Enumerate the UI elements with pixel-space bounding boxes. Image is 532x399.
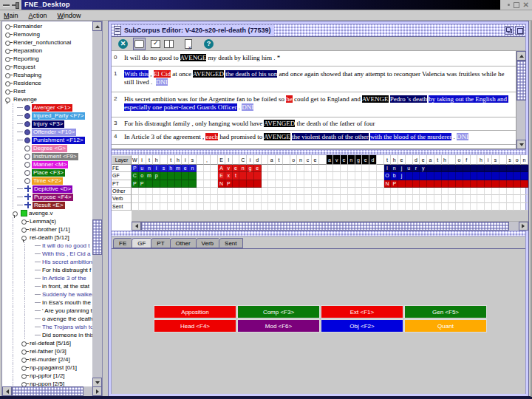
tree-fe-item[interactable]: Avenger <F1>: [2, 103, 92, 112]
grid-char-header[interactable]: e: [312, 155, 319, 165]
grid-cell[interactable]: n: [189, 165, 197, 172]
grid-cell[interactable]: [456, 188, 463, 195]
grid-cell[interactable]: [406, 195, 413, 202]
grid-cell[interactable]: [341, 195, 348, 202]
grid-char-header[interactable]: h: [153, 155, 160, 165]
grid-cell[interactable]: C: [132, 172, 139, 180]
grid-cell[interactable]: o: [139, 172, 146, 180]
grid-cell[interactable]: [492, 172, 499, 180]
tree-lemma-node[interactable]: Lemma(s): [2, 217, 92, 225]
grid-cell[interactable]: [341, 203, 348, 211]
tree-sentence[interactable]: ' Are you planning t: [2, 307, 92, 315]
grid-cell[interactable]: r: [413, 165, 420, 172]
grid-cell[interactable]: [471, 188, 478, 195]
grid-cell[interactable]: [290, 195, 298, 202]
tree-hscroll-thumb[interactable]: [12, 386, 83, 396]
help-button[interactable]: ?: [202, 38, 215, 50]
sentence-row[interactable]: 1With this , El Cid at once AVENGED the …: [112, 66, 516, 92]
window-pin-icon[interactable]: [12, 1, 19, 8]
grid-hscroll-left[interactable]: [132, 222, 141, 231]
tree-vscroll-up[interactable]: [92, 21, 102, 31]
grid-cell[interactable]: [377, 195, 384, 202]
grid-char-header[interactable]: t: [146, 155, 154, 165]
grid-char-header[interactable]: [499, 155, 507, 165]
grid-cell[interactable]: [427, 165, 434, 172]
tree-fe-item[interactable]: Time <F2>: [2, 177, 92, 185]
tab-sent[interactable]: Sent: [219, 238, 242, 248]
grid-char-header[interactable]: a: [327, 155, 334, 165]
grid-cell[interactable]: [262, 203, 269, 211]
grid-cell[interactable]: [262, 188, 269, 195]
grid-cell[interactable]: [168, 172, 175, 180]
splitter-grid-tabs[interactable]: [112, 231, 525, 236]
grid-cell[interactable]: [485, 203, 492, 211]
grid-char-header[interactable]: [160, 155, 168, 165]
grid-cell[interactable]: [139, 203, 146, 211]
grid-cell[interactable]: [247, 180, 254, 188]
grid-cell[interactable]: [297, 188, 304, 195]
grid-cell[interactable]: P: [139, 180, 146, 188]
grid-char-header[interactable]: o: [456, 155, 463, 165]
tree-frame-revenge[interactable]: Revenge: [2, 95, 92, 103]
grid-char-header[interactable]: n: [348, 155, 355, 165]
grid-cell[interactable]: [160, 195, 168, 202]
grid-cell[interactable]: [463, 165, 471, 172]
grid-cell[interactable]: [197, 172, 204, 180]
grid-cell[interactable]: [239, 188, 247, 195]
grid-cell[interactable]: [485, 180, 492, 188]
grid-cell[interactable]: [283, 188, 290, 195]
grid-cell[interactable]: [514, 172, 521, 180]
grid-cell[interactable]: s: [160, 165, 168, 172]
grid-cell[interactable]: [377, 188, 384, 195]
internal-restore-button[interactable]: [505, 26, 514, 35]
grid-cell[interactable]: [160, 188, 168, 195]
grid-char-header[interactable]: s: [492, 155, 499, 165]
grid-cell[interactable]: [218, 188, 225, 195]
tree-subcorpus[interactable]: rel-murder [2/4]: [2, 355, 92, 364]
tree-frame-rest[interactable]: Rest: [2, 87, 92, 95]
grid-cell[interactable]: [319, 180, 327, 188]
gf-button-head[interactable]: Head <F4>: [154, 319, 236, 332]
tree-frame-render_nonfunctional[interactable]: Render_nonfunctional: [2, 38, 92, 47]
grid-char-header[interactable]: [283, 155, 290, 165]
grid-cell[interactable]: [377, 165, 384, 172]
grid-char-header[interactable]: t: [276, 155, 283, 165]
grid-cell[interactable]: [333, 180, 341, 188]
sentence-row[interactable]: 2His secret ambition was for the Argenti…: [112, 92, 516, 117]
tree-subcorpus[interactable]: rel-brother [1/1]: [2, 225, 92, 233]
grid-char-header[interactable]: s: [189, 155, 197, 165]
grid-cell[interactable]: [197, 195, 204, 202]
grid-cell[interactable]: [471, 165, 478, 172]
target-span[interactable]: AVENGED: [264, 120, 295, 127]
grid-cell[interactable]: [442, 195, 449, 202]
grid-cell[interactable]: [492, 188, 499, 195]
tree-fe-item[interactable]: Place <F3>: [2, 168, 92, 177]
grid-char-header[interactable]: [471, 155, 478, 165]
grid-cell[interactable]: [197, 203, 204, 211]
grid-cell[interactable]: [268, 165, 276, 172]
grid-cell[interactable]: [239, 180, 247, 188]
grid-cell[interactable]: [355, 203, 363, 211]
grid-cell[interactable]: [377, 180, 384, 188]
grid-cell[interactable]: [182, 203, 189, 211]
grid-char-header[interactable]: ,: [204, 155, 211, 165]
verify-button[interactable]: [149, 38, 162, 50]
grid-cell[interactable]: [499, 180, 507, 188]
gf-button-ext[interactable]: Ext <F1>: [321, 305, 403, 318]
grid-cell[interactable]: [204, 203, 211, 211]
grid-cell[interactable]: [427, 203, 434, 211]
grid-cell[interactable]: [175, 188, 183, 195]
tree-fe-item[interactable]: Punishment <F12>: [2, 136, 92, 144]
grid-cell[interactable]: [348, 195, 355, 202]
grid-cell[interactable]: P: [132, 180, 139, 188]
grid-cell[interactable]: [406, 203, 413, 211]
target-span[interactable]: AVENGE: [362, 95, 389, 103]
grid-cell[interactable]: b: [391, 172, 398, 180]
gf-button-comp[interactable]: Comp <F3>: [237, 305, 320, 318]
grid-cell[interactable]: [398, 203, 406, 211]
tree-sentence[interactable]: In Article 3 of the: [2, 274, 92, 282]
grid-cell[interactable]: [327, 203, 334, 211]
grid-cell[interactable]: [514, 203, 521, 211]
grid-char-header[interactable]: i: [139, 155, 146, 165]
tab-gf[interactable]: GF: [132, 238, 151, 248]
